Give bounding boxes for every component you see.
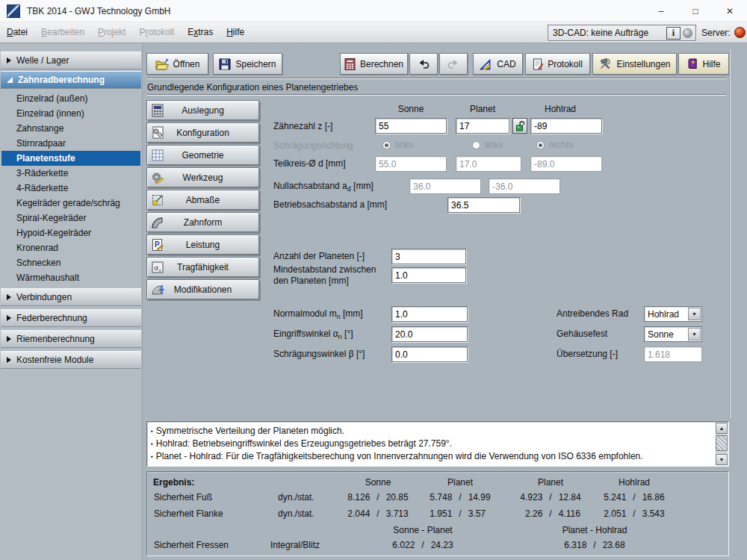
- sidebar-item-einzelrad-aussen[interactable]: Einzelrad (außen): [1, 91, 140, 106]
- sidebar-item-4-raederkette[interactable]: 4-Räderkette: [1, 181, 140, 196]
- open-button[interactable]: Öffnen: [146, 53, 208, 75]
- helix-angle-input[interactable]: [391, 346, 468, 362]
- sidebar-section-welle-lager[interactable]: Welle / Lager: [1, 52, 141, 69]
- nav-auslegung-button[interactable]: Auslegung: [146, 100, 259, 120]
- sidebar-item-spiral-kegelraeder[interactable]: Spiral-Kegelräder: [1, 211, 140, 225]
- result-value: 5.241/16.86: [598, 492, 670, 503]
- menu-bar: Datei Bearbeiten Projekt Protokoll Extra…: [0, 22, 747, 43]
- pair-col-planet-hohlrad: Planet - Hohlrad: [562, 525, 627, 535]
- protocol-button[interactable]: Protokoll: [525, 53, 590, 75]
- scrollbar-thumb[interactable]: [716, 435, 728, 451]
- row-label-flanke: Sicherheit Flanke: [154, 508, 223, 519]
- sidebar-item-kronenrad[interactable]: Kronenrad: [1, 240, 140, 255]
- tool-gear-icon: [151, 171, 164, 184]
- chevron-down-icon[interactable]: ▼: [688, 328, 701, 340]
- menu-extras[interactable]: Extras: [181, 22, 220, 43]
- cad-status-dot: [683, 28, 692, 38]
- sidebar-section-kostenfreie-module[interactable]: Kostenfreie Module: [1, 351, 141, 369]
- nav-leistung-button[interactable]: P Leistung: [146, 234, 259, 255]
- column-header-hohlrad: Hohlrad: [524, 104, 596, 114]
- info-button[interactable]: i: [666, 27, 681, 40]
- sidebar-item-3-raederkette[interactable]: 3-Räderkette: [1, 166, 140, 181]
- nav-konfiguration-button[interactable]: Konfiguration: [146, 122, 259, 143]
- save-button[interactable]: Speichern: [213, 53, 282, 75]
- sidebar-item-kegelraeder[interactable]: Kegelräder gerade/schräg: [1, 196, 140, 211]
- undo-button[interactable]: [409, 53, 438, 75]
- redo-icon: [447, 59, 459, 69]
- unlock-icon: [515, 120, 525, 131]
- operating-distance-input[interactable]: [447, 197, 520, 213]
- result-col-planet-1: Planet: [447, 477, 473, 488]
- pressure-angle-input[interactable]: [391, 326, 468, 342]
- pitch-planet-input: [456, 156, 521, 172]
- results-panel: Ergebnis: Sonne Planet Planet Hohlrad Si…: [146, 471, 729, 556]
- radio-button: [472, 141, 480, 149]
- min-distance-input[interactable]: [391, 267, 466, 283]
- teeth-hohlrad-input[interactable]: [530, 118, 602, 134]
- sidebar-section-federberechnung[interactable]: Federberechnung: [1, 309, 141, 327]
- menu-bearbeiten[interactable]: Bearbeiten: [34, 22, 91, 43]
- cad-button[interactable]: CAD: [473, 53, 523, 75]
- design-calculator-icon: [151, 104, 164, 117]
- sidebar-item-schnecken[interactable]: Schnecken: [1, 255, 140, 270]
- driving-wheel-select[interactable]: Hohlrad ▼: [644, 306, 702, 322]
- sidebar-section-verbindungen[interactable]: Verbindungen: [1, 288, 141, 306]
- message-scrollbar[interactable]: ▲ ▼: [716, 423, 728, 465]
- teeth-sonne-input[interactable]: [375, 118, 447, 134]
- floppy-disk-icon: [219, 58, 231, 70]
- tooth-form-icon: [151, 216, 164, 229]
- message-box: ▪Symmetrische Verteilung der Planeten mö…: [146, 421, 729, 467]
- chevron-down-icon[interactable]: ▼: [688, 308, 701, 320]
- sidebar-item-einzelrad-innen[interactable]: Einzelrad (innen): [1, 106, 140, 121]
- planet-count-input[interactable]: [391, 249, 466, 264]
- modification-icon: [151, 283, 164, 296]
- sidebar-item-planetenstufe[interactable]: Planetenstufe: [1, 151, 140, 166]
- configuration-gears-icon: [151, 126, 164, 140]
- module-input[interactable]: [391, 306, 468, 322]
- minimize-button[interactable]: –: [644, 0, 678, 22]
- sidebar-item-waermehaushalt[interactable]: Wärmehaushalt: [1, 270, 140, 285]
- teeth-lock-button[interactable]: [512, 118, 527, 134]
- redo-button[interactable]: [439, 53, 468, 75]
- teeth-planet-input[interactable]: [456, 118, 509, 134]
- sidebar-item-stirnradpaar[interactable]: Stirnradpaar: [1, 136, 140, 151]
- driving-wheel-label: Antreibendes Rad: [557, 308, 628, 319]
- sidebar-item-hypoid-kegelraeder[interactable]: Hypoid-Kegelräder: [1, 225, 140, 240]
- sidebar-section-riemenberechnung[interactable]: Riemenberechnung: [1, 330, 141, 348]
- close-button[interactable]: ✕: [713, 0, 747, 22]
- nav-geometrie-button[interactable]: Geometrie: [146, 145, 259, 165]
- sidebar: Welle / Lager Zahnradberechnung Einzelra…: [0, 43, 143, 560]
- menu-protokoll[interactable]: Protokoll: [132, 22, 181, 43]
- chevron-down-icon: [7, 77, 13, 83]
- column-header-planet: Planet: [453, 104, 512, 114]
- sidebar-item-zahnstange[interactable]: Zahnstange: [1, 121, 140, 136]
- server-status-dot: [734, 27, 746, 38]
- calculate-button[interactable]: Berechnen: [340, 53, 408, 75]
- nav-abmasse-button[interactable]: Abmaße: [146, 190, 259, 210]
- scroll-down-button[interactable]: ▼: [716, 454, 728, 465]
- settings-button[interactable]: Einstellungen: [592, 53, 677, 75]
- menu-datei[interactable]: Datei: [0, 22, 34, 43]
- power-icon: P: [151, 238, 164, 252]
- result-value: 2.26/4.116: [514, 508, 586, 519]
- sidebar-section-zahnradberechnung[interactable]: Zahnradberechnung: [1, 71, 141, 89]
- scroll-up-button[interactable]: ▲: [716, 423, 728, 434]
- nav-tragfaehigkeit-button[interactable]: σ x Tragfähigkeit: [146, 257, 259, 277]
- chevron-right-icon: [7, 357, 11, 363]
- helix-planet-radio-group: links: [472, 140, 503, 150]
- menu-projekt[interactable]: Projekt: [91, 22, 132, 43]
- helix-angle-label: Schrägungswinkel β [°]: [273, 349, 365, 359]
- help-button[interactable]: Hilfe: [678, 53, 729, 75]
- result-value: 8.126/20.85: [341, 492, 414, 503]
- maximize-button[interactable]: □: [678, 0, 713, 22]
- nav-zahnform-button[interactable]: Zahnform: [146, 212, 259, 232]
- housing-fixed-select[interactable]: Sonne ▼: [644, 326, 702, 342]
- message-line: ▪Symmetrische Verteilung der Planeten mö…: [151, 425, 712, 438]
- helix-hohlrad-radio-group: rechts: [536, 140, 574, 150]
- menu-hilfe[interactable]: Hilfe: [220, 22, 251, 43]
- sigma-load-icon: σ x: [151, 261, 164, 274]
- nav-modifikationen-button[interactable]: Modifikationen: [146, 279, 259, 299]
- nav-werkzeug-button[interactable]: Werkzeug: [146, 167, 259, 187]
- result-value: 6.022/24.23: [386, 540, 459, 550]
- chevron-right-icon: [7, 294, 11, 300]
